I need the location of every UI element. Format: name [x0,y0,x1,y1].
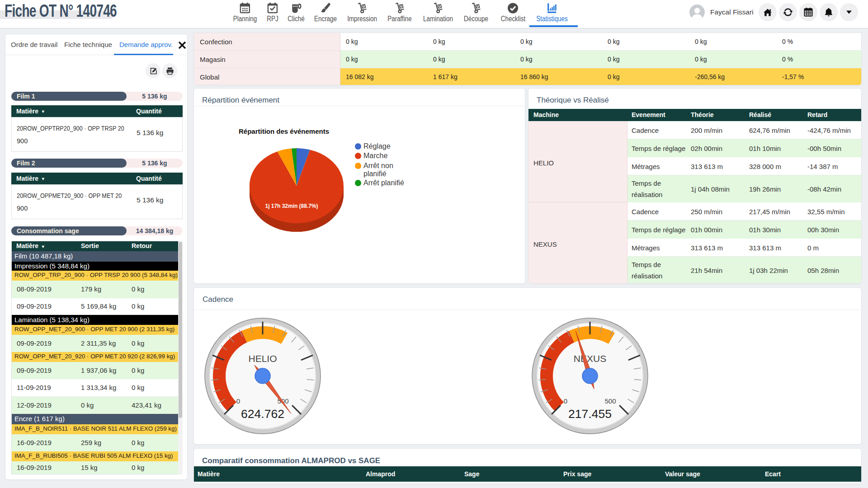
svg-text:500: 500 [604,397,616,405]
svg-text:0: 0 [564,397,567,405]
svg-text:0: 0 [236,397,240,405]
svg-text:NEXUS: NEXUS [574,353,606,364]
svg-text:624.762: 624.762 [241,407,284,421]
svg-text:HELIO: HELIO [248,353,277,364]
svg-text:217.455: 217.455 [568,407,612,421]
